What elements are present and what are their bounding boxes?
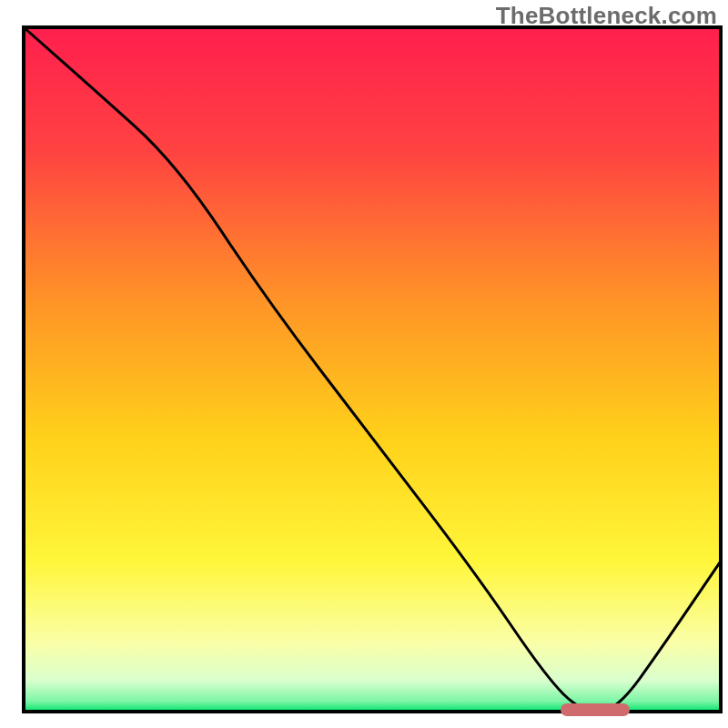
chart-container: TheBottleneck.com — [0, 0, 728, 728]
optimum-marker — [561, 703, 631, 716]
plot-background — [24, 27, 721, 712]
heat-line-chart — [0, 0, 728, 728]
